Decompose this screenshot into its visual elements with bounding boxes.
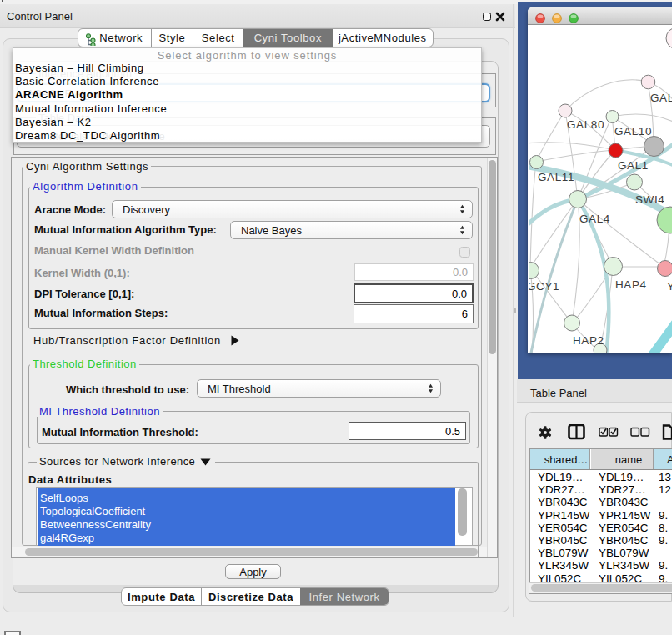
svg-text:HAP2: HAP2	[573, 334, 604, 347]
svg-text:GCY1: GCY1	[529, 280, 559, 292]
svg-text:GAL10: GAL10	[614, 125, 652, 138]
svg-text:GAL4: GAL4	[579, 212, 610, 225]
svg-text:YEL: YEL	[667, 280, 672, 292]
svg-text:GAL11: GAL11	[538, 171, 574, 183]
svg-text:HAP4: HAP4	[615, 278, 647, 291]
svg-text:GAL7: GAL7	[650, 92, 672, 104]
svg-text:SWI4: SWI4	[635, 193, 664, 206]
svg-text:GAL80: GAL80	[567, 118, 604, 131]
svg-text:GAL1: GAL1	[618, 159, 649, 172]
